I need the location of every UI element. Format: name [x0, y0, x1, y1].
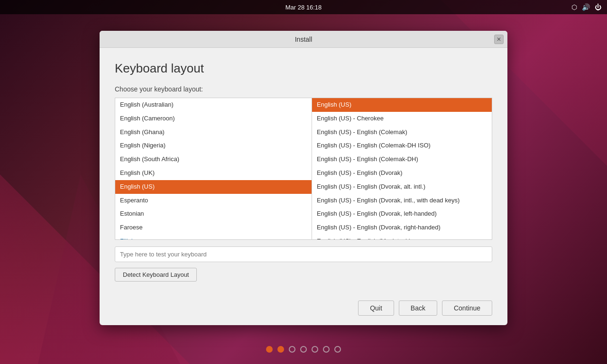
right-list-item[interactable]: English (US) - Cherokee	[312, 112, 492, 126]
progress-dot	[312, 346, 318, 353]
left-list-item[interactable]: Filipino	[115, 235, 312, 239]
progress-dot	[323, 346, 330, 353]
choose-label: Choose your keyboard layout:	[115, 85, 492, 93]
right-list-item[interactable]: English (US) - English (Dvorak)	[312, 166, 492, 180]
left-list-item[interactable]: Faroese	[115, 221, 312, 235]
progress-dot	[277, 346, 284, 353]
left-list-item[interactable]: Estonian	[115, 207, 312, 221]
dialog-footer: Quit Back Continue	[100, 293, 507, 325]
left-list-item[interactable]: English (US)	[115, 180, 312, 194]
topbar: Mar 28 16:18 ⬡ 🔊 ⏻	[0, 0, 607, 14]
progress-dots	[266, 346, 341, 353]
volume-icon[interactable]: 🔊	[582, 3, 590, 11]
right-list-item[interactable]: English (US) - English (Colemak)	[312, 126, 492, 139]
dialog-content: Keyboard layout Choose your keyboard lay…	[100, 48, 507, 293]
left-list-item[interactable]: English (Nigeria)	[115, 139, 312, 153]
progress-dot	[334, 346, 341, 353]
left-list-item[interactable]: Esperanto	[115, 194, 312, 208]
topbar-datetime: Mar 28 16:18	[285, 4, 322, 11]
language-list[interactable]: English (Australian)English (Cameroon)En…	[115, 98, 312, 239]
right-list-item[interactable]: English (US)	[312, 98, 492, 112]
topbar-icons: ⬡ 🔊 ⏻	[571, 3, 601, 11]
left-list-item[interactable]: English (South Africa)	[115, 153, 312, 166]
left-list-item[interactable]: English (Ghana)	[115, 126, 312, 139]
right-list-item[interactable]: English (US) - English (Dvorak, intl., w…	[312, 194, 492, 208]
network-icon[interactable]: ⬡	[571, 3, 577, 11]
right-list-item[interactable]: English (US) - English (Dvorak, right-ha…	[312, 221, 492, 235]
progress-dot	[266, 346, 273, 353]
left-list-item[interactable]: English (UK)	[115, 166, 312, 180]
close-button[interactable]: ✕	[494, 35, 504, 44]
right-list-item[interactable]: English (US) - English (Macintosh)	[312, 235, 492, 239]
keyboard-layout-lists: English (Australian)English (Cameroon)En…	[115, 98, 492, 240]
keyboard-test-input[interactable]	[115, 246, 492, 262]
progress-dot	[300, 346, 307, 353]
right-list-item[interactable]: English (US) - English (Colemak-DH)	[312, 153, 492, 166]
dialog-title: Install	[295, 36, 313, 43]
quit-button[interactable]: Quit	[358, 300, 394, 316]
datetime-label: Mar 28 16:18	[285, 4, 322, 11]
back-button[interactable]: Back	[399, 300, 437, 316]
install-dialog: Install ✕ Keyboard layout Choose your ke…	[100, 31, 507, 325]
right-list-item[interactable]: English (US) - English (Dvorak, alt. int…	[312, 180, 492, 194]
page-title: Keyboard layout	[115, 61, 492, 76]
progress-dot	[289, 346, 295, 353]
left-list-item[interactable]: English (Cameroon)	[115, 112, 312, 126]
power-icon[interactable]: ⏻	[595, 3, 601, 11]
continue-button[interactable]: Continue	[442, 300, 492, 316]
left-list-item[interactable]: English (Australian)	[115, 98, 312, 112]
variant-list[interactable]: English (US)English (US) - CherokeeEngli…	[312, 98, 492, 239]
right-list-item[interactable]: English (US) - English (Colemak-DH ISO)	[312, 139, 492, 153]
detect-keyboard-button[interactable]: Detect Keyboard Layout	[115, 268, 197, 282]
right-list-item[interactable]: English (US) - English (Dvorak, left-han…	[312, 207, 492, 221]
dialog-titlebar: Install ✕	[100, 31, 507, 48]
